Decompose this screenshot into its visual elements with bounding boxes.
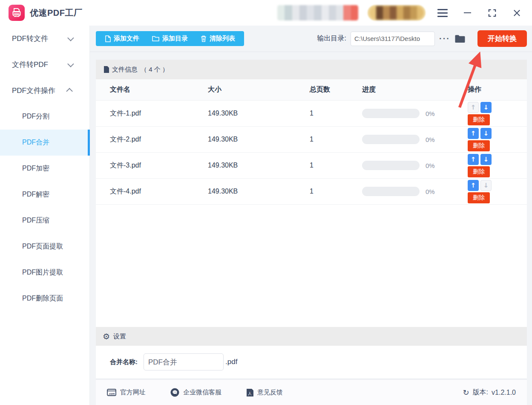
table-row: 文件-4.pdf 149.30KB 1 0% ↑ ↓ 删除 (96, 179, 527, 205)
sidebar-group-pdf-to-file[interactable]: PDF转文件 (0, 26, 89, 52)
down-arrow-icon: ↓ (483, 130, 489, 137)
file-pages: 1 (310, 162, 362, 169)
up-arrow-icon: ↑ (471, 104, 476, 111)
official-website-link[interactable]: .com 官方网址 (107, 388, 146, 396)
merge-name-label: 合并名称: (110, 358, 138, 366)
progress-bar (362, 161, 420, 170)
file-name: 文件-3.pdf (110, 161, 208, 170)
table-row: 文件-2.pdf 149.30KB 1 0% ↑ ↓ 删除 (96, 127, 527, 153)
sidebar-item-pdf-split[interactable]: PDF分割 (0, 104, 89, 130)
merge-name-input[interactable] (144, 353, 224, 370)
maximize-icon[interactable] (486, 7, 498, 19)
file-size: 149.30KB (208, 110, 310, 117)
sidebar-item-label: PDF加密 (22, 164, 49, 173)
sidebar-item-pdf-delete-pages[interactable]: PDF删除页面 (0, 286, 89, 312)
sidebar-group-label: PDF转文件 (12, 34, 48, 43)
sidebar-item-label: PDF压缩 (22, 216, 49, 225)
move-up-button[interactable]: ↑ (468, 128, 479, 139)
sidebar-group-pdf-operations[interactable]: PDF文件操作 (0, 78, 89, 104)
wechat-support-label: 企业微信客服 (183, 388, 221, 396)
add-file-label: 添加文件 (114, 35, 139, 43)
content-panel: 文件信息 （ 4 个 ） 文件名 大小 总页数 进度 操作 文件-1.pdf 1… (90, 52, 532, 405)
sidebar-group-file-to-pdf[interactable]: 文件转PDF (0, 52, 89, 78)
toolbar: 添加文件 添加目录 清除列表 输出目录: ··· (90, 26, 532, 52)
progress-percent: 0% (426, 188, 435, 195)
add-folder-button[interactable]: 添加目录 (146, 31, 194, 46)
sidebar-item-pdf-merge[interactable]: PDF合并 (0, 130, 89, 156)
add-folder-label: 添加目录 (162, 35, 188, 43)
sidebar-item-label: PDF解密 (22, 190, 49, 199)
sidebar-item-label: PDF图片提取 (22, 268, 63, 277)
move-up-button[interactable]: ↑ (468, 180, 479, 191)
move-down-button[interactable]: ↓ (480, 102, 492, 113)
col-filename: 文件名 (110, 85, 208, 94)
redacted-account-area[interactable] (277, 5, 358, 20)
sidebar-item-label: PDF合并 (22, 138, 49, 147)
redacted-badge-area[interactable] (368, 5, 426, 20)
window-controls (437, 7, 523, 19)
delete-button[interactable]: 删除 (468, 114, 490, 125)
file-info-count: （ 4 个 ） (141, 66, 169, 74)
output-dir-label: 输出目录: (317, 34, 346, 43)
minimize-icon[interactable] (461, 7, 473, 19)
sidebar-group-label: 文件转PDF (12, 60, 48, 69)
delete-button[interactable]: 删除 (468, 166, 490, 177)
wechat-support-link[interactable]: 企业微信客服 (170, 388, 221, 397)
delete-button[interactable]: 删除 (468, 192, 490, 203)
settings-title: 设置 (113, 333, 126, 341)
move-down-button[interactable]: ↓ (480, 128, 492, 139)
sidebar-item-label: PDF分割 (22, 112, 49, 121)
official-website-label: 官方网址 (120, 388, 146, 396)
sidebar-item-pdf-encrypt[interactable]: PDF加密 (0, 156, 89, 182)
version-info: ↻ 版本: v1.2.1.0 (463, 388, 516, 397)
website-icon: .com (107, 389, 116, 396)
app-title: 优速PDF工厂 (30, 7, 83, 19)
chevron-down-icon (67, 35, 74, 41)
start-convert-button[interactable]: 开始转换 (477, 30, 527, 47)
progress-percent: 0% (426, 136, 435, 143)
svg-text:人: 人 (248, 391, 252, 395)
chevron-down-icon (67, 61, 74, 67)
folder-icon (454, 35, 466, 43)
sidebar-item-label: PDF页面提取 (22, 242, 63, 251)
sidebar-group-label: PDF文件操作 (12, 86, 55, 95)
sidebar-item-pdf-compress[interactable]: PDF压缩 (0, 208, 89, 234)
menu-icon[interactable] (437, 7, 449, 19)
app-logo-icon: PDF (9, 5, 25, 21)
trash-icon (201, 35, 207, 42)
svg-text:PDF: PDF (14, 14, 19, 17)
file-info-bar: 文件信息 （ 4 个 ） (96, 60, 527, 79)
wechat-chat-icon (170, 388, 179, 397)
feedback-link[interactable]: 人 意见反馈 (246, 388, 283, 397)
add-file-button[interactable]: 添加文件 (98, 31, 146, 46)
up-arrow-icon: ↑ (471, 182, 476, 189)
output-dir-input[interactable] (351, 32, 435, 46)
settings-bar: ⚙ 设置 (96, 327, 527, 346)
main-area: 添加文件 添加目录 清除列表 输出目录: ··· (90, 26, 532, 405)
document-icon (104, 66, 109, 73)
app-window: PDF 优速PDF工厂 PDF转文件 (0, 0, 532, 405)
col-progress: 进度 (362, 85, 468, 94)
file-actions-group: 添加文件 添加目录 清除列表 (96, 31, 244, 46)
move-down-button: ↓ (480, 180, 492, 191)
clear-list-label: 清除列表 (210, 35, 235, 43)
feedback-label: 意见反馈 (257, 388, 283, 396)
sidebar-item-pdf-page-extract[interactable]: PDF页面提取 (0, 234, 89, 260)
file-pages: 1 (310, 110, 362, 117)
browse-more-button[interactable]: ··· (439, 34, 450, 43)
up-arrow-icon: ↑ (471, 130, 476, 137)
file-size: 149.30KB (208, 136, 310, 143)
progress-bar (362, 187, 420, 196)
close-icon[interactable] (511, 7, 523, 19)
sidebar-item-pdf-decrypt[interactable]: PDF解密 (0, 182, 89, 208)
footer-bar: .com 官方网址 企业微信客服 (96, 379, 527, 405)
move-down-button[interactable]: ↓ (480, 154, 492, 165)
progress-bar (362, 109, 420, 118)
version-label: 版本: (473, 388, 488, 397)
open-folder-button[interactable] (454, 35, 466, 43)
refresh-icon[interactable]: ↻ (463, 389, 469, 396)
sidebar-item-pdf-image-extract[interactable]: PDF图片提取 (0, 260, 89, 286)
delete-button[interactable]: 删除 (468, 140, 490, 151)
move-up-button[interactable]: ↑ (468, 154, 479, 165)
clear-list-button[interactable]: 清除列表 (194, 31, 242, 46)
